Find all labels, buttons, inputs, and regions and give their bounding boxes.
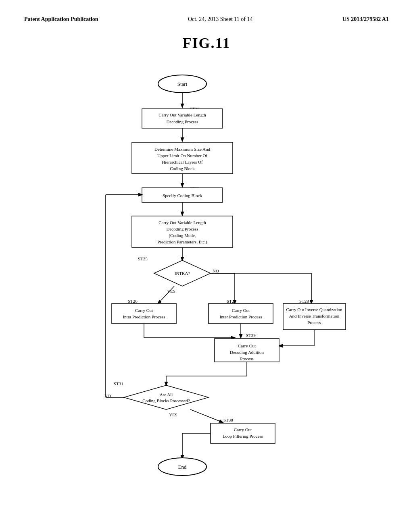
svg-text:Are All: Are All: [160, 392, 173, 397]
svg-text:Coding Blocks Processed?: Coding Blocks Processed?: [142, 398, 190, 403]
header-left: Patent Application Publication: [24, 16, 98, 23]
svg-text:ST22: ST22: [190, 141, 199, 145]
svg-text:Carry Out Variable Length: Carry Out Variable Length: [159, 112, 206, 117]
svg-rect-33: [112, 303, 176, 324]
svg-text:Upper Limit On Number Of: Upper Limit On Number Of: [157, 153, 207, 158]
svg-text:ST25: ST25: [138, 256, 148, 261]
svg-point-0: [158, 75, 206, 93]
header-center: Oct. 24, 2013 Sheet 11 of 14: [188, 16, 252, 23]
page: Patent Application Publication Oct. 24, …: [0, 0, 413, 532]
svg-text:Carry Out: Carry Out: [135, 308, 153, 313]
svg-marker-27: [154, 260, 211, 286]
svg-text:ST31: ST31: [114, 381, 123, 386]
svg-text:Loop Filtering Process: Loop Filtering Process: [223, 434, 263, 438]
svg-text:End: End: [178, 464, 187, 470]
svg-text:ST23: ST23: [190, 186, 199, 191]
flowchart-container: Start ST21 Carry Out Variable Length Dec…: [65, 68, 348, 511]
svg-text:NO: NO: [104, 393, 111, 398]
svg-text:Start: Start: [177, 81, 188, 87]
svg-text:YES: YES: [167, 289, 175, 293]
svg-rect-9: [132, 142, 233, 174]
svg-text:Carry Out Inverse Quantization: Carry Out Inverse Quantization: [286, 307, 342, 312]
svg-text:YES: YES: [169, 412, 177, 417]
svg-text:Carry Out: Carry Out: [232, 308, 250, 313]
svg-text:Coding Block: Coding Block: [170, 166, 195, 171]
svg-text:ST30: ST30: [223, 418, 233, 422]
svg-text:NO: NO: [213, 268, 219, 273]
svg-text:Specify Coding Block: Specify Coding Block: [163, 193, 202, 198]
svg-text:ST27: ST27: [227, 299, 236, 303]
svg-text:ST24: ST24: [190, 215, 199, 220]
svg-text:Inter Prediction Process: Inter Prediction Process: [219, 314, 262, 319]
svg-text:Decoding Addition: Decoding Addition: [230, 350, 264, 355]
svg-text:ST21: ST21: [190, 106, 199, 111]
svg-text:(Coding Mode,: (Coding Mode,: [169, 233, 196, 238]
header: Patent Application Publication Oct. 24, …: [24, 16, 389, 23]
svg-rect-39: [209, 303, 273, 324]
svg-text:ST26: ST26: [128, 299, 138, 303]
svg-rect-45: [283, 303, 346, 330]
svg-text:ST29: ST29: [246, 333, 256, 338]
svg-text:Hierarchical Layers Of: Hierarchical Layers Of: [162, 160, 203, 164]
svg-text:INTRA?: INTRA?: [175, 271, 190, 276]
svg-rect-4: [142, 109, 223, 128]
fig-title: FIG.11: [24, 35, 389, 52]
svg-text:Carry Out: Carry Out: [238, 343, 256, 348]
svg-text:Decoding Process: Decoding Process: [166, 119, 198, 124]
svg-text:Carry Out: Carry Out: [234, 427, 252, 432]
svg-text:Prediction Parameters, Etc.): Prediction Parameters, Etc.): [157, 239, 207, 245]
svg-line-31: [158, 286, 174, 303]
svg-text:Determine Maximum Size And: Determine Maximum Size And: [154, 147, 210, 152]
svg-point-78: [158, 458, 206, 476]
svg-rect-70: [211, 423, 275, 443]
svg-text:Intra Prediction Process: Intra Prediction Process: [123, 314, 165, 319]
svg-text:ST28: ST28: [299, 299, 309, 303]
svg-rect-55: [215, 339, 279, 362]
svg-rect-16: [142, 188, 223, 202]
svg-marker-63: [124, 385, 209, 409]
svg-text:And Inverse Transformation: And Inverse Transformation: [289, 314, 340, 318]
svg-text:Decoding Process: Decoding Process: [166, 227, 198, 231]
svg-rect-20: [132, 216, 233, 247]
svg-line-68: [190, 409, 223, 422]
svg-text:Carry Out Variable Length: Carry Out Variable Length: [159, 220, 206, 225]
svg-text:Process: Process: [240, 356, 254, 361]
header-right: US 2013/279582 A1: [342, 16, 389, 23]
svg-text:Process: Process: [307, 320, 321, 325]
